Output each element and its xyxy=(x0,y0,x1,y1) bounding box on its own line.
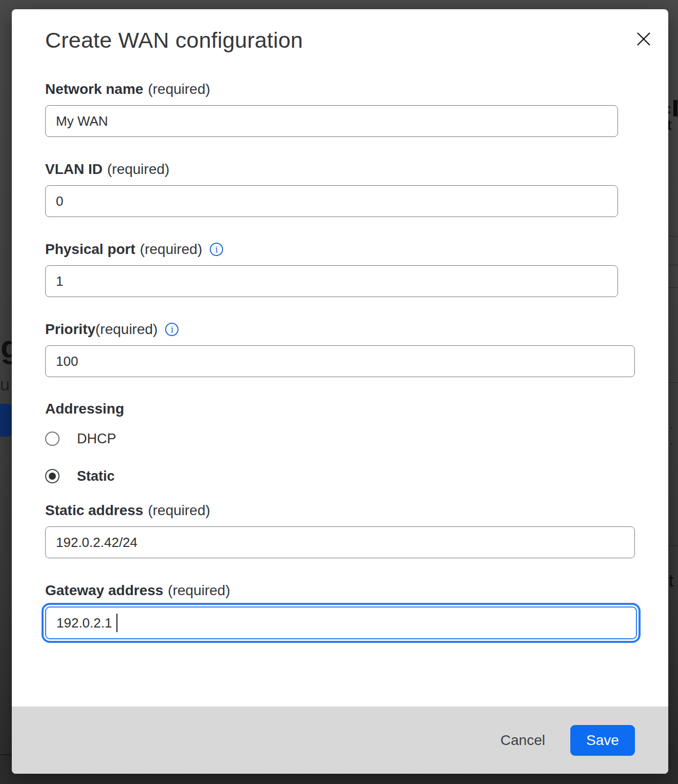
addressing-heading: Addressing xyxy=(45,400,635,418)
priority-label: Priority (required) i xyxy=(45,321,635,338)
gateway-address-label: Gateway address (required) xyxy=(45,582,635,599)
gateway-address-field xyxy=(45,606,637,639)
backdrop-divider xyxy=(668,382,678,383)
radio-selected-icon[interactable] xyxy=(45,469,59,483)
backdrop-divider xyxy=(668,236,678,237)
backdrop-text-fragment xyxy=(673,100,677,116)
backdrop-button-fragment xyxy=(0,404,11,437)
backdrop-text-fragment: u xyxy=(0,375,10,395)
priority-input[interactable] xyxy=(45,345,635,377)
info-icon[interactable]: i xyxy=(165,323,178,336)
create-wan-dialog: Create WAN configuration Network name (r… xyxy=(12,9,668,774)
network-name-input[interactable] xyxy=(45,105,618,137)
radio-label[interactable]: DHCP xyxy=(77,431,116,447)
addressing-option-dhcp[interactable]: DHCP xyxy=(45,430,635,447)
backdrop-divider xyxy=(668,265,678,265)
radio-unselected-icon[interactable] xyxy=(45,432,59,446)
info-icon[interactable]: i xyxy=(210,243,223,256)
required-hint: (required) xyxy=(107,161,169,178)
vlan-id-input[interactable] xyxy=(45,185,618,217)
backdrop-divider xyxy=(668,287,678,288)
required-hint: (required) xyxy=(95,321,157,338)
dialog-footer: Cancel Save xyxy=(12,707,668,774)
addressing-option-static[interactable]: Static xyxy=(45,468,635,484)
close-button[interactable] xyxy=(632,28,655,50)
text-caret xyxy=(116,614,117,632)
vlan-id-label: VLAN ID (required) xyxy=(45,161,635,178)
dialog-title: Create WAN configuration xyxy=(45,28,635,53)
network-name-label: Network name (required) xyxy=(45,81,635,98)
static-address-input[interactable] xyxy=(45,526,635,558)
backdrop-divider xyxy=(668,545,678,546)
backdrop-divider xyxy=(0,754,12,755)
required-hint: (required) xyxy=(168,582,230,599)
backdrop-text-fragment: t xyxy=(669,571,673,591)
required-hint: (required) xyxy=(148,502,210,519)
physical-port-label: Physical port (required) i xyxy=(45,241,635,258)
close-icon xyxy=(636,31,651,47)
save-button[interactable]: Save xyxy=(570,725,635,756)
required-hint: (required) xyxy=(148,81,210,98)
radio-label[interactable]: Static xyxy=(77,468,115,484)
physical-port-input[interactable] xyxy=(45,265,618,297)
static-address-label: Static address (required) xyxy=(45,502,635,519)
required-hint: (required) xyxy=(140,241,202,258)
backdrop-text-fragment: . . xyxy=(670,417,678,448)
cancel-button[interactable]: Cancel xyxy=(501,732,545,749)
gateway-address-input[interactable] xyxy=(45,606,637,639)
